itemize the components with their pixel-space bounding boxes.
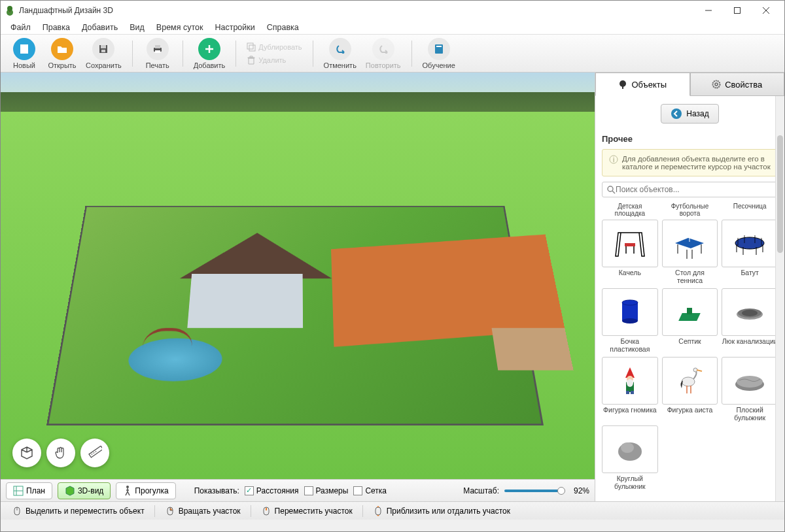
- menu-edit[interactable]: Правка: [37, 22, 76, 33]
- scale-slider[interactable]: [504, 490, 563, 492]
- hand-icon: [54, 446, 68, 460]
- menu-settings[interactable]: Настройки: [209, 22, 260, 33]
- tab-plan[interactable]: План: [6, 482, 52, 499]
- pan-tool[interactable]: [46, 439, 75, 467]
- status-select-move[interactable]: Выделить и переместить объект: [6, 503, 150, 519]
- viewbar: План 3D-вид Прогулка Показывать: Расстоя…: [1, 479, 595, 501]
- mouse-icon: [12, 506, 22, 516]
- svg-rect-29: [622, 86, 623, 89]
- menu-daytime[interactable]: Время суток: [150, 22, 209, 33]
- hint-box: i Для добавления объекта выделите его в …: [602, 149, 778, 176]
- svg-rect-45: [687, 308, 692, 314]
- object-septic[interactable]: Септик: [662, 288, 718, 353]
- object-flat-stone[interactable]: Плоский булыжник: [722, 357, 778, 422]
- svg-rect-10: [101, 50, 105, 52]
- menu-file[interactable]: Файл: [5, 22, 37, 33]
- save-button[interactable]: Сохранить: [83, 37, 124, 71]
- object-barrel[interactable]: Бочка пластиковая: [602, 288, 658, 353]
- object-stork[interactable]: Фигурка аиста: [662, 357, 718, 422]
- scrollbar[interactable]: [775, 96, 784, 501]
- svg-point-30: [713, 81, 720, 88]
- mouse-middle-icon: [261, 506, 271, 516]
- header-label-2: Песочница: [722, 203, 778, 217]
- close-button[interactable]: [752, 1, 780, 20]
- header-label-0: Детская площадка: [602, 203, 658, 217]
- menubar: Файл Правка Добавить Вид Время суток Нас…: [1, 20, 784, 35]
- menu-add[interactable]: Добавить: [76, 22, 124, 33]
- minimize-button[interactable]: [694, 1, 723, 20]
- tab-walk[interactable]: Прогулка: [116, 482, 175, 499]
- back-button[interactable]: Назад: [661, 104, 718, 124]
- svg-rect-12: [155, 45, 160, 48]
- svg-point-32: [671, 108, 682, 119]
- svg-point-42: [622, 318, 638, 324]
- header-label-1: Футбольные ворота: [662, 203, 718, 217]
- tab-objects[interactable]: Объекты: [595, 73, 690, 96]
- svg-point-35: [608, 186, 613, 191]
- status-move-plot[interactable]: Переместить участок: [255, 503, 358, 519]
- maximize-button[interactable]: [723, 1, 752, 20]
- viewport-3d[interactable]: План 3D-вид Прогулка Показывать: Расстоя…: [1, 73, 595, 501]
- status-zoom[interactable]: Приблизить или отдалить участок: [367, 503, 516, 519]
- object-gnome[interactable]: Фигурка гномика: [602, 357, 658, 422]
- status-rotate[interactable]: Вращать участок: [159, 503, 247, 519]
- tab-properties[interactable]: Свойства: [690, 73, 785, 96]
- walk-icon: [123, 486, 132, 496]
- svg-rect-13: [155, 50, 160, 53]
- svg-rect-19: [436, 46, 442, 47]
- svg-rect-51: [626, 391, 629, 394]
- redo-button[interactable]: Повторить: [363, 37, 404, 71]
- object-trampoline[interactable]: Батут: [722, 220, 778, 284]
- delete-button[interactable]: Удалить: [244, 54, 304, 66]
- undo-button[interactable]: Отменить: [321, 37, 359, 71]
- svg-point-53: [682, 377, 695, 386]
- measure-tool[interactable]: [80, 439, 109, 467]
- svg-point-2: [7, 6, 12, 11]
- side-panel: Объекты Свойства Назад Прочее i Для доба…: [595, 73, 784, 501]
- menu-help[interactable]: Справка: [261, 22, 305, 33]
- svg-point-48: [742, 310, 758, 316]
- svg-point-31: [715, 83, 718, 86]
- mouse-right-icon: [165, 506, 175, 516]
- app-icon: [5, 5, 15, 16]
- svg-text:i: i: [613, 156, 614, 163]
- svg-rect-9: [101, 45, 106, 48]
- object-manhole[interactable]: Люк канализации: [722, 288, 778, 353]
- arrow-left-icon: [671, 108, 682, 120]
- search-input[interactable]: [602, 182, 778, 197]
- svg-line-23: [96, 451, 96, 452]
- scale-value: 92%: [568, 486, 589, 495]
- object-grid: Качель Стол для тенниса Батут Бочка плас…: [602, 220, 778, 490]
- svg-line-36: [612, 191, 615, 193]
- scale-label: Масштаб:: [463, 486, 499, 495]
- svg-rect-37: [625, 243, 635, 246]
- svg-rect-4: [735, 8, 741, 14]
- toolbar: Новый Открыть Сохранить Печать Добавить …: [1, 35, 784, 73]
- category-heading: Прочее: [602, 134, 778, 144]
- checkbox-distances[interactable]: Расстояния: [245, 486, 299, 495]
- new-button[interactable]: Новый: [7, 37, 41, 71]
- statusbar: Выделить и переместить объект Вращать уч…: [1, 501, 784, 520]
- svg-line-22: [94, 452, 94, 454]
- app-title: Ландшафтный Дизайн 3D: [19, 6, 113, 15]
- menu-view[interactable]: Вид: [124, 22, 150, 33]
- object-round-stone[interactable]: Круглый булыжник: [602, 425, 658, 490]
- object-tennis-table[interactable]: Стол для тенниса: [662, 220, 718, 284]
- show-label: Показывать:: [194, 486, 239, 495]
- object-swing[interactable]: Качель: [602, 220, 658, 284]
- svg-rect-16: [247, 43, 253, 49]
- tab-3dview[interactable]: 3D-вид: [58, 482, 111, 499]
- plan-icon: [13, 486, 24, 496]
- print-button[interactable]: Печать: [141, 37, 175, 71]
- svg-rect-17: [249, 45, 255, 51]
- checkbox-grid[interactable]: Сетка: [353, 486, 387, 495]
- cube-icon: [20, 446, 34, 460]
- orbit-tool[interactable]: [12, 439, 41, 467]
- checkbox-sizes[interactable]: Размеры: [304, 486, 349, 495]
- duplicate-button[interactable]: Дублировать: [244, 41, 304, 53]
- svg-point-58: [621, 442, 634, 453]
- open-button[interactable]: Открыть: [45, 37, 79, 71]
- add-button[interactable]: Добавить: [191, 37, 228, 71]
- tutorial-button[interactable]: Обучение: [420, 37, 458, 71]
- svg-point-27: [126, 486, 129, 488]
